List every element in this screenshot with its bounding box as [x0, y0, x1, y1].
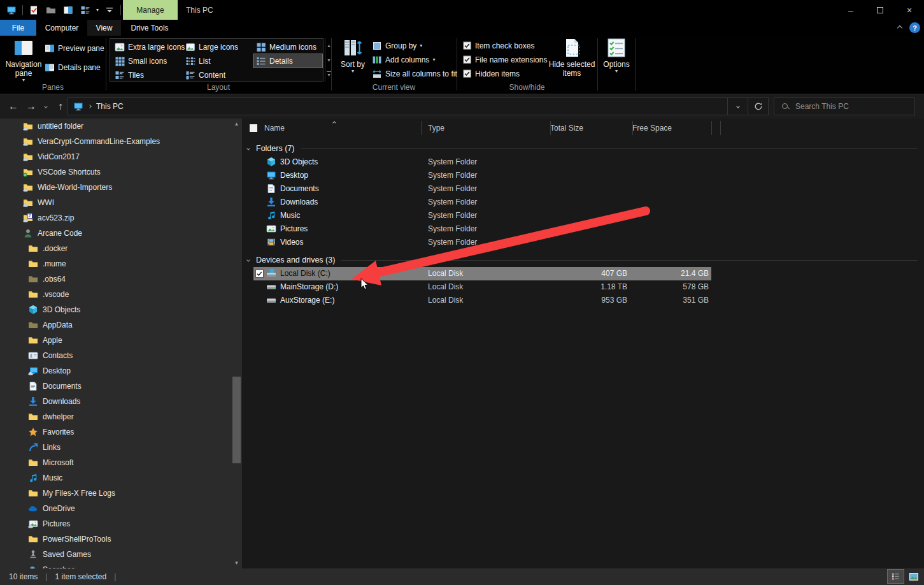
sidebar-item-music[interactable]: Music: [0, 470, 242, 486]
forward-button[interactable]: →: [23, 94, 39, 119]
layout-option-small-icons[interactable]: Small icons: [112, 54, 181, 68]
preview-pane-button[interactable]: Preview pane: [45, 42, 104, 55]
help-icon[interactable]: ?: [909, 22, 920, 33]
sidebar-item-powershellprotools[interactable]: PowerShellProTools: [0, 531, 242, 547]
sidebar-item-wwi[interactable]: WWI: [0, 195, 242, 210]
file-row-desktop[interactable]: DesktopSystem Folder: [242, 169, 924, 182]
maximize-button[interactable]: [865, 0, 895, 20]
scrollbar-thumb[interactable]: [232, 377, 241, 463]
sidebar-item-contacts[interactable]: Contacts: [0, 348, 242, 363]
layout-option-large-icons[interactable]: Large icons: [183, 40, 252, 54]
sidebar-item-links[interactable]: Links: [0, 440, 242, 455]
file-name-extensions-checkbox[interactable]: File name extensions: [463, 54, 547, 66]
file-row-3d-objects[interactable]: 3D ObjectsSystem Folder: [242, 155, 924, 169]
column-separator[interactable]: [421, 121, 422, 135]
sidebar-item-pictures[interactable]: Pictures: [0, 516, 242, 531]
select-all-checkbox[interactable]: [250, 124, 257, 132]
sidebar-item-searches[interactable]: Searches: [0, 562, 242, 568]
sidebar-item-downloads[interactable]: Downloads: [0, 394, 242, 409]
sidebar-item--obs64[interactable]: .obs64: [0, 271, 242, 287]
layout-option-medium-icons[interactable]: Medium icons: [253, 40, 322, 54]
options-button[interactable]: Options ▾: [600, 38, 633, 74]
column-header-total-size[interactable]: Total Size: [550, 120, 627, 136]
tab-computer[interactable]: Computer: [36, 20, 87, 36]
add-columns-button[interactable]: Add columns▾: [372, 54, 435, 66]
group-collapse-icon[interactable]: [246, 258, 250, 262]
hide-selected-items-button[interactable]: Hide selected items: [548, 38, 596, 78]
row-checkbox-checked[interactable]: [255, 270, 264, 278]
refresh-button[interactable]: [748, 98, 769, 115]
computer-qat-button[interactable]: [5, 4, 18, 17]
column-header-free-space[interactable]: Free Space: [632, 120, 706, 136]
back-button[interactable]: ←: [5, 94, 22, 119]
sidebar-item-3d-objects[interactable]: 3D Objects: [0, 302, 242, 317]
tab-view[interactable]: View: [87, 20, 121, 36]
sidebar-item-vidcon2017[interactable]: VidCon2017: [0, 149, 242, 164]
file-row-videos[interactable]: VideosSystem Folder: [242, 236, 924, 249]
layout-option-extra-large-icons[interactable]: Extra large icons: [112, 40, 181, 54]
tab-drive-tools[interactable]: Drive Tools: [121, 20, 178, 36]
sidebar-item-arcane-code[interactable]: Arcane Code: [0, 226, 242, 241]
file-row-mainstorage-d-[interactable]: MainStorage (D:)Local Disk1.18 TB578 GB: [242, 280, 924, 294]
column-header-name[interactable]: Name: [264, 120, 417, 136]
gallery-scroll-up[interactable]: ▲: [325, 38, 332, 53]
file-row-pictures[interactable]: PicturesSystem Folder: [242, 222, 924, 236]
sidebar-scrollbar[interactable]: ▲ ▼: [231, 119, 242, 568]
sidebar-item-acv523-zip[interactable]: Zacv523.zip: [0, 210, 242, 226]
file-row-documents[interactable]: DocumentsSystem Folder: [242, 182, 924, 196]
scroll-up-icon[interactable]: ▲: [231, 119, 242, 129]
group-header[interactable]: Folders (7): [242, 141, 924, 155]
file-row-downloads[interactable]: DownloadsSystem Folder: [242, 196, 924, 209]
layout-option-tiles[interactable]: Tiles: [112, 68, 181, 82]
sidebar-item-onedrive[interactable]: OneDrive: [0, 501, 242, 516]
up-button[interactable]: ↑: [52, 94, 69, 119]
sidebar-item-saved-games[interactable]: Saved Games: [0, 547, 242, 562]
navigation-pane-button[interactable]: Navigation pane ▾: [5, 38, 42, 83]
address-dropdown-button[interactable]: [728, 98, 748, 115]
sort-by-button[interactable]: Sort by ▾: [339, 38, 367, 74]
group-header[interactable]: Devices and drives (3): [242, 253, 924, 267]
column-separator[interactable]: [550, 121, 551, 135]
sidebar-item-vscode-shortcuts[interactable]: VSCode Shortcuts: [0, 164, 242, 180]
sidebar-item--vscode[interactable]: .vscode: [0, 287, 242, 302]
sidebar-item--docker[interactable]: .docker: [0, 241, 242, 256]
file-row-music[interactable]: MusicSystem Folder: [242, 209, 924, 222]
properties-qat-button[interactable]: [27, 4, 40, 17]
view-mode-qat-button[interactable]: [79, 4, 92, 17]
sidebar-item-appdata[interactable]: AppData: [0, 317, 242, 333]
manage-contextual-tab[interactable]: Manage: [123, 0, 178, 20]
panes-qat-button[interactable]: [62, 4, 75, 17]
sidebar-item-untitled-folder[interactable]: untitled folder: [0, 119, 242, 134]
sidebar-item-favorites[interactable]: Favorites: [0, 424, 242, 440]
sidebar-item-dwhelper[interactable]: dwhelper: [0, 409, 242, 424]
customize-qat-qat-button[interactable]: [103, 4, 116, 17]
group-by-button[interactable]: Group by▾: [372, 40, 422, 52]
minimize-button[interactable]: –: [836, 0, 865, 20]
file-row-local-disk-c-[interactable]: Local Disk (C:)Local Disk407 GB21.4 GB: [242, 267, 924, 280]
gallery-more-button[interactable]: ▼: [325, 67, 332, 82]
file-row-auxstorage-e-[interactable]: AuxStorage (E:)Local Disk953 GB351 GB: [242, 294, 924, 307]
collapse-ribbon-icon[interactable]: [897, 25, 902, 30]
sidebar-item--mume[interactable]: .mume: [0, 256, 242, 271]
layout-option-list[interactable]: List: [183, 54, 252, 68]
layout-option-details[interactable]: Details: [253, 54, 322, 68]
address-bar[interactable]: This PC: [68, 98, 728, 115]
item-check-boxes-checkbox[interactable]: Item check boxes: [463, 40, 534, 52]
sidebar-item-wide-world-importers[interactable]: Wide-World-Importers: [0, 180, 242, 195]
tab-file[interactable]: File: [0, 20, 36, 36]
details-pane-button[interactable]: Details pane: [45, 61, 101, 74]
scroll-down-icon[interactable]: ▼: [231, 558, 242, 568]
breadcrumb[interactable]: This PC: [96, 102, 124, 111]
sidebar-item-documents[interactable]: Documents: [0, 379, 242, 394]
search-input[interactable]: [795, 102, 897, 111]
hidden-items-checkbox[interactable]: Hidden items: [463, 68, 520, 80]
layout-option-content[interactable]: Content: [183, 68, 252, 82]
size-all-columns-to-fit-button[interactable]: Size all columns to fit: [372, 68, 457, 80]
sidebar-item-veracrypt-commandline-examples[interactable]: VeraCrypt-CommandLine-Examples: [0, 134, 242, 149]
column-separator[interactable]: [632, 121, 633, 135]
sidebar-item-desktop[interactable]: Desktop: [0, 363, 242, 379]
sidebar-item-my-files-x-free-logs[interactable]: My Files-X Free Logs: [0, 486, 242, 501]
search-box[interactable]: [774, 98, 915, 115]
new-folder-qat-button[interactable]: [45, 4, 57, 17]
group-collapse-icon[interactable]: [246, 147, 250, 150]
